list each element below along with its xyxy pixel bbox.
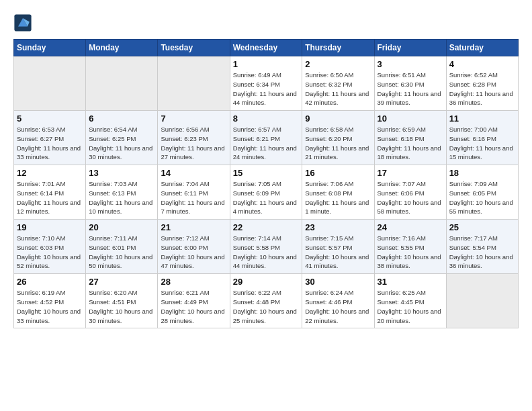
day-number: 22 (233, 222, 300, 232)
week-row-5: 26Sunrise: 6:19 AM Sunset: 4:52 PM Dayli… (14, 274, 519, 328)
weekday-header-tuesday: Tuesday (158, 40, 230, 56)
day-cell: 18Sunrise: 7:09 AM Sunset: 6:05 PM Dayli… (446, 165, 518, 220)
day-cell (86, 56, 158, 111)
day-info: Sunrise: 7:00 AM Sunset: 6:16 PM Dayligh… (449, 125, 515, 162)
day-info: Sunrise: 6:20 AM Sunset: 4:51 PM Dayligh… (89, 288, 154, 325)
day-info: Sunrise: 7:16 AM Sunset: 5:55 PM Dayligh… (378, 234, 443, 271)
day-info: Sunrise: 6:21 AM Sunset: 4:49 PM Dayligh… (161, 288, 226, 325)
day-info: Sunrise: 7:11 AM Sunset: 6:01 PM Dayligh… (89, 234, 154, 271)
day-number: 5 (17, 113, 83, 124)
day-cell: 10Sunrise: 6:59 AM Sunset: 6:18 PM Dayli… (374, 111, 446, 165)
day-info: Sunrise: 6:19 AM Sunset: 4:52 PM Dayligh… (17, 288, 83, 325)
day-info: Sunrise: 7:07 AM Sunset: 6:06 PM Dayligh… (378, 179, 443, 216)
day-cell: 7Sunrise: 6:56 AM Sunset: 6:23 PM Daylig… (158, 111, 230, 165)
day-number: 8 (233, 113, 300, 124)
day-number: 15 (233, 168, 300, 178)
day-cell: 2Sunrise: 6:50 AM Sunset: 6:32 PM Daylig… (302, 56, 374, 111)
day-number: 1 (233, 59, 300, 69)
day-number: 27 (89, 277, 154, 287)
day-cell: 28Sunrise: 6:21 AM Sunset: 4:49 PM Dayli… (158, 274, 230, 328)
day-cell: 12Sunrise: 7:01 AM Sunset: 6:14 PM Dayli… (14, 165, 86, 220)
day-number: 12 (17, 168, 83, 178)
weekday-header-saturday: Saturday (446, 40, 518, 56)
day-cell: 22Sunrise: 7:14 AM Sunset: 5:58 PM Dayli… (230, 220, 302, 274)
day-cell (158, 56, 230, 111)
day-cell: 31Sunrise: 6:25 AM Sunset: 4:45 PM Dayli… (374, 274, 446, 328)
logo-icon (13, 13, 32, 32)
day-number: 9 (305, 113, 371, 124)
day-cell: 17Sunrise: 7:07 AM Sunset: 6:06 PM Dayli… (374, 165, 446, 220)
week-row-4: 19Sunrise: 7:10 AM Sunset: 6:03 PM Dayli… (14, 220, 519, 274)
day-number: 23 (305, 222, 371, 232)
day-cell: 25Sunrise: 7:17 AM Sunset: 5:54 PM Dayli… (446, 220, 518, 274)
day-number: 17 (378, 168, 443, 178)
day-cell (446, 274, 518, 328)
day-cell: 23Sunrise: 7:15 AM Sunset: 5:57 PM Dayli… (302, 220, 374, 274)
day-cell: 4Sunrise: 6:52 AM Sunset: 6:28 PM Daylig… (446, 56, 518, 111)
day-info: Sunrise: 6:59 AM Sunset: 6:18 PM Dayligh… (378, 125, 443, 162)
day-cell: 15Sunrise: 7:05 AM Sunset: 6:09 PM Dayli… (230, 165, 302, 220)
day-number: 10 (378, 113, 443, 124)
day-cell: 30Sunrise: 6:24 AM Sunset: 4:46 PM Dayli… (302, 274, 374, 328)
day-cell: 27Sunrise: 6:20 AM Sunset: 4:51 PM Dayli… (86, 274, 158, 328)
day-number: 6 (89, 113, 154, 124)
day-info: Sunrise: 6:49 AM Sunset: 6:34 PM Dayligh… (233, 71, 300, 107)
day-cell (14, 56, 86, 111)
day-info: Sunrise: 7:06 AM Sunset: 6:08 PM Dayligh… (305, 179, 371, 216)
page-header (13, 13, 519, 32)
day-info: Sunrise: 7:14 AM Sunset: 5:58 PM Dayligh… (233, 234, 300, 271)
day-info: Sunrise: 6:54 AM Sunset: 6:25 PM Dayligh… (89, 125, 154, 162)
day-info: Sunrise: 6:56 AM Sunset: 6:23 PM Dayligh… (161, 125, 226, 162)
weekday-header-thursday: Thursday (302, 40, 374, 56)
day-info: Sunrise: 6:52 AM Sunset: 6:28 PM Dayligh… (449, 71, 515, 107)
day-cell: 16Sunrise: 7:06 AM Sunset: 6:08 PM Dayli… (302, 165, 374, 220)
day-info: Sunrise: 6:58 AM Sunset: 6:20 PM Dayligh… (305, 125, 371, 162)
day-number: 24 (378, 222, 443, 232)
day-info: Sunrise: 7:12 AM Sunset: 6:00 PM Dayligh… (161, 234, 226, 271)
day-cell: 8Sunrise: 6:57 AM Sunset: 6:21 PM Daylig… (230, 111, 302, 165)
day-info: Sunrise: 7:17 AM Sunset: 5:54 PM Dayligh… (449, 234, 515, 271)
day-number: 13 (89, 168, 154, 178)
day-number: 31 (378, 277, 443, 287)
day-number: 3 (378, 59, 443, 69)
day-info: Sunrise: 6:25 AM Sunset: 4:45 PM Dayligh… (378, 288, 443, 325)
weekday-header-sunday: Sunday (14, 40, 86, 56)
logo (13, 13, 34, 32)
day-info: Sunrise: 6:57 AM Sunset: 6:21 PM Dayligh… (233, 125, 300, 162)
day-number: 26 (17, 277, 83, 287)
week-row-2: 5Sunrise: 6:53 AM Sunset: 6:27 PM Daylig… (14, 111, 519, 165)
weekday-header-row: SundayMondayTuesdayWednesdayThursdayFrid… (14, 40, 519, 56)
day-cell: 14Sunrise: 7:04 AM Sunset: 6:11 PM Dayli… (158, 165, 230, 220)
day-number: 21 (161, 222, 226, 232)
weekday-header-friday: Friday (374, 40, 446, 56)
day-cell: 20Sunrise: 7:11 AM Sunset: 6:01 PM Dayli… (86, 220, 158, 274)
day-cell: 3Sunrise: 6:51 AM Sunset: 6:30 PM Daylig… (374, 56, 446, 111)
day-number: 7 (161, 113, 226, 124)
day-number: 19 (17, 222, 83, 232)
day-number: 30 (305, 277, 371, 287)
day-cell: 24Sunrise: 7:16 AM Sunset: 5:55 PM Dayli… (374, 220, 446, 274)
day-number: 16 (305, 168, 371, 178)
day-number: 2 (305, 59, 371, 69)
weekday-header-wednesday: Wednesday (230, 40, 302, 56)
day-info: Sunrise: 7:10 AM Sunset: 6:03 PM Dayligh… (17, 234, 83, 271)
day-info: Sunrise: 6:51 AM Sunset: 6:30 PM Dayligh… (378, 71, 443, 107)
day-number: 25 (449, 222, 515, 232)
day-cell: 11Sunrise: 7:00 AM Sunset: 6:16 PM Dayli… (446, 111, 518, 165)
day-cell: 5Sunrise: 6:53 AM Sunset: 6:27 PM Daylig… (14, 111, 86, 165)
day-info: Sunrise: 6:50 AM Sunset: 6:32 PM Dayligh… (305, 71, 371, 107)
day-number: 29 (233, 277, 300, 287)
day-info: Sunrise: 6:22 AM Sunset: 4:48 PM Dayligh… (233, 288, 300, 325)
day-info: Sunrise: 6:24 AM Sunset: 4:46 PM Dayligh… (305, 288, 371, 325)
day-info: Sunrise: 6:53 AM Sunset: 6:27 PM Dayligh… (17, 125, 83, 162)
day-number: 14 (161, 168, 226, 178)
day-number: 4 (449, 59, 515, 69)
weekday-header-monday: Monday (86, 40, 158, 56)
day-info: Sunrise: 7:09 AM Sunset: 6:05 PM Dayligh… (449, 179, 515, 216)
day-info: Sunrise: 7:04 AM Sunset: 6:11 PM Dayligh… (161, 179, 226, 216)
day-info: Sunrise: 7:01 AM Sunset: 6:14 PM Dayligh… (17, 179, 83, 216)
day-cell: 26Sunrise: 6:19 AM Sunset: 4:52 PM Dayli… (14, 274, 86, 328)
day-cell: 21Sunrise: 7:12 AM Sunset: 6:00 PM Dayli… (158, 220, 230, 274)
day-info: Sunrise: 7:03 AM Sunset: 6:13 PM Dayligh… (89, 179, 154, 216)
day-cell: 13Sunrise: 7:03 AM Sunset: 6:13 PM Dayli… (86, 165, 158, 220)
